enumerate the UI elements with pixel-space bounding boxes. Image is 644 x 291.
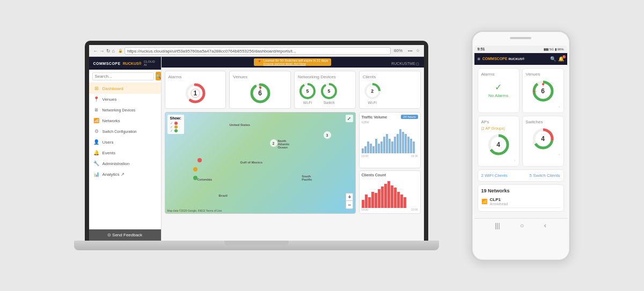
sidebar-header: COMMSCOPE RUCKUS® CLOUD AI: [89, 57, 161, 70]
events-icon: 🔔: [93, 150, 100, 155]
sidebar-item-networks[interactable]: 📶 Networks: [89, 115, 161, 126]
aps-chevron: ›: [481, 158, 516, 163]
network-item-clp1[interactable]: 📶 CLP1 Arrowhead: [481, 196, 560, 208]
check-icon: ✓: [495, 82, 502, 92]
browser-bookmark[interactable]: ☆: [416, 48, 420, 53]
home-icon[interactable]: ⌂: [112, 48, 115, 54]
phone-bell[interactable]: 🔔 1: [558, 56, 564, 62]
back-icon[interactable]: ←: [93, 48, 98, 54]
traffic-bar: [402, 132, 404, 154]
clients-bar: [387, 181, 390, 208]
wifi-label: Wi-Fi: [303, 101, 312, 105]
license-alert[interactable]: 📍 License for 50 Switches will expire in…: [254, 58, 331, 66]
phone-speaker: [510, 37, 531, 39]
venues-card: Venues 📍 📍: [229, 71, 291, 109]
alert-bar: 📍 License for 50 Switches will expire in…: [162, 57, 424, 68]
browser-nav[interactable]: ← → ↻ ⌂: [93, 48, 115, 54]
phone-search-icon[interactable]: 🔍: [550, 56, 556, 62]
phone-bell-badge: 1: [562, 55, 566, 58]
phone-time: 9:51: [478, 47, 485, 51]
send-feedback-button[interactable]: ⊙ Send Feedback: [89, 229, 161, 241]
switch-value: 5: [327, 88, 330, 94]
clients-bar: [400, 195, 403, 208]
phone-top-grid: Alarms ✓ No Alarms Venues: [478, 68, 564, 113]
wifi-clients-count: 2 WiFi Clients: [481, 173, 508, 178]
traffic-bar: [413, 141, 415, 154]
forward-icon[interactable]: →: [100, 48, 105, 54]
switch-config-icon: ⚙: [93, 129, 100, 134]
browser-more[interactable]: •••: [408, 48, 412, 53]
phone-venues-value: 6: [541, 87, 545, 95]
nav-back-icon[interactable]: ‹: [544, 222, 546, 229]
sidebar-item-admin[interactable]: 🔧 Administration: [89, 158, 161, 169]
sidebar-label-networks: Networks: [103, 118, 120, 123]
traffic-bar: [364, 146, 367, 154]
alert-user: RUCKUSTME ◻: [391, 62, 419, 65]
phone-venues-title: Venues: [526, 72, 560, 77]
phone-status-icons: ▮▮▮ 5G ▮ 96%: [544, 47, 564, 51]
phone-aps-value: 4: [496, 141, 500, 148]
wifi-donut: 5: [298, 81, 317, 101]
dashboard-area: Alarms 1: [162, 68, 424, 241]
map-zoom-out[interactable]: −: [346, 201, 354, 208]
sidebar-item-dashboard[interactable]: ⊞ Dashboard: [89, 83, 161, 94]
map-zoom-controls: + −: [346, 193, 353, 209]
sidebar-label-dashboard: Dashboard: [103, 86, 123, 91]
phone-content[interactable]: Alarms ✓ No Alarms Venues: [474, 65, 567, 218]
brand-commscope: COMMSCOPE: [93, 62, 121, 65]
svg-text:📍: 📍: [532, 88, 537, 93]
sidebar-label-analytics: Analytics ↗: [103, 172, 125, 177]
clients-count-panel: Clients Count 19:00 10:00: [359, 170, 421, 214]
phone-networks-panel: 19 Networks 📶 CLP1 Arrowhead: [478, 184, 564, 212]
switches-chevron: ›: [526, 152, 560, 157]
browser-zoom: 80%: [394, 48, 402, 53]
sidebar-item-networking[interactable]: 🖥 Networking Devices: [89, 105, 161, 115]
map-show-orange: ✓: [170, 125, 181, 129]
phone-no-alarms: ✓ No Alarms: [481, 79, 516, 101]
map-label-gulf: Gulf of Mexico: [240, 161, 262, 164]
sidebar-search-area: 🔍: [89, 70, 161, 83]
sidebar-item-switch-config[interactable]: ⚙ Switch Configuration: [89, 126, 161, 137]
alarms-card: Alarms 1: [165, 71, 226, 109]
search-button[interactable]: 🔍: [156, 72, 161, 80]
traffic-bar: [397, 134, 399, 153]
alert-link[interactable]: Ensure service level, Act Now: [264, 62, 328, 65]
traffic-title: Traffic Volume: [362, 115, 387, 119]
networking-devices-title: Networking Devices: [298, 74, 352, 79]
laptop-screen: ← → ↻ ⌂ 🔒 https://ruckus.cloud/api/ui/t5…: [89, 45, 424, 241]
battery-icon: ▮ 96%: [555, 47, 564, 51]
wifi-donut-item: 5 Wi-Fi: [298, 81, 317, 105]
sidebar-item-venues[interactable]: 📍 Venues: [89, 94, 161, 105]
sidebar-item-events[interactable]: 🔔 Events: [89, 147, 161, 158]
sidebar-item-analytics[interactable]: 📊 Analytics ↗: [89, 169, 161, 180]
lower-dashboard: United States NorthAtlanticOcean Gulf of…: [165, 112, 421, 214]
map-label-pacific: SouthPacific: [302, 175, 312, 181]
clients-x-labels: 19:00 10:00: [362, 208, 418, 211]
map-expand-button[interactable]: ⤢: [346, 115, 353, 122]
24hours-button[interactable]: 24 hours: [401, 115, 418, 119]
hamburger-icon[interactable]: ≡: [478, 56, 480, 62]
phone-switches-value: 4: [541, 135, 545, 143]
location-icon: 📍: [257, 60, 262, 64]
map-pin-red: [197, 158, 202, 162]
nav-menu-icon[interactable]: |||: [495, 222, 500, 229]
clients-wifi-value: 2: [371, 88, 374, 94]
phone-venues-card: Venues 📍 📍 6: [522, 68, 564, 113]
sidebar-label-events: Events: [103, 151, 115, 155]
clients-bar: [365, 195, 368, 208]
refresh-icon[interactable]: ↻: [106, 48, 111, 54]
clients-bar: [384, 184, 387, 208]
browser-url[interactable]: https://ruckus.cloud/api/ui/t53a95760ba5…: [125, 47, 391, 55]
x-label-1: 19:00: [362, 154, 369, 158]
sidebar-item-users[interactable]: 👤 Users: [89, 137, 161, 147]
nav-home-icon[interactable]: ○: [520, 222, 524, 229]
laptop: ← → ↻ ⌂ 🔒 https://ruckus.cloud/api/ui/t5…: [74, 41, 439, 250]
search-input[interactable]: [92, 72, 154, 80]
clients-bar: [362, 200, 364, 208]
phone-aps-subtitle: (2 AP Groups): [481, 126, 516, 130]
networks-icon: 📶: [93, 118, 100, 123]
map-zoom-in[interactable]: +: [346, 193, 354, 201]
map-show-red: ✓: [170, 121, 181, 125]
map-label-brazil: Brazil: [219, 194, 228, 197]
clients-x-2: 10:00: [411, 208, 418, 211]
